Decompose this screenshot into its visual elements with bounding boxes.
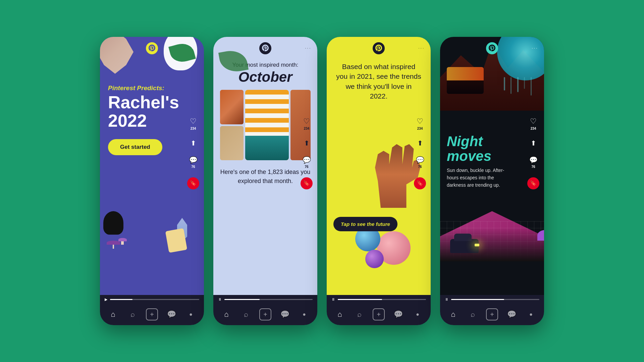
- three-dots-2[interactable]: ···: [305, 45, 311, 51]
- tap-button[interactable]: Tap to see the future: [333, 217, 397, 231]
- road-reflection: [447, 80, 484, 94]
- share-btn-4[interactable]: ⬆: [531, 139, 536, 147]
- progress-area-3: ⏸: [327, 295, 431, 304]
- cards-decoration: [165, 228, 187, 253]
- nav-home-2[interactable]: ⌂: [220, 308, 232, 320]
- save-btn-2[interactable]: 🔖: [301, 177, 313, 189]
- predicts-label: Pinterest Predicts:: [108, 84, 164, 92]
- three-dots-3[interactable]: ···: [418, 45, 425, 51]
- mushroom-cap-1: [118, 238, 127, 241]
- october-text: October: [238, 69, 292, 85]
- get-started-button[interactable]: Get started: [108, 139, 162, 155]
- night-moves-content: Night moves Sun down, buckle up. After-h…: [447, 134, 526, 189]
- mushroom-cap-2: [107, 241, 120, 245]
- car-deco: [450, 239, 479, 253]
- nav-profile-1[interactable]: ●: [185, 308, 197, 320]
- action-bar-2: ♡ 234 ⬆ 💬 76 🔖: [301, 117, 313, 189]
- tentacle-4: [524, 77, 525, 89]
- mushroom-stem-1: [121, 241, 124, 245]
- pause-icon-2[interactable]: ⏸: [218, 297, 222, 301]
- like-btn-3[interactable]: ♡ 234: [417, 117, 423, 130]
- save-btn-1[interactable]: 🔖: [187, 177, 199, 189]
- progress-track-4: [451, 299, 539, 300]
- nav-plus-2[interactable]: +: [259, 308, 271, 320]
- three-dots[interactable]: ···: [192, 45, 198, 51]
- floor-img: [245, 136, 289, 161]
- nav-search-1[interactable]: ⌕: [126, 308, 139, 320]
- left-top-img: [220, 90, 244, 124]
- progress-fill-2: [224, 299, 260, 300]
- hand-silhouette: [364, 141, 421, 208]
- nav-plus-3[interactable]: +: [373, 308, 385, 320]
- progress-area-4: ⏸: [440, 295, 544, 304]
- logo-row-2: ···: [213, 37, 317, 54]
- tentacle-1: [504, 77, 505, 90]
- comment-btn-2[interactable]: 💬 76: [303, 156, 311, 169]
- phone-3-content: Based on what inspired you in 2021, see …: [327, 54, 431, 105]
- pinterest-logo-2: [259, 42, 271, 54]
- like-btn-2[interactable]: ♡ 234: [303, 117, 310, 130]
- car-mirror: [447, 67, 484, 94]
- sunset-reflection: [447, 67, 484, 80]
- nav-search-2[interactable]: ⌕: [240, 308, 252, 320]
- nav-chat-4[interactable]: 💬: [505, 308, 518, 320]
- bottom-nav-2: ⌂ ⌕ + 💬 ●: [213, 304, 317, 325]
- phone-2: ··· Your most inspired month: October: [213, 37, 317, 325]
- tentacle-2: [511, 77, 512, 94]
- photo-collage: [220, 90, 311, 160]
- nav-search-4[interactable]: ⌕: [467, 308, 479, 320]
- progress-fill-1: [110, 299, 132, 300]
- comment-btn-4[interactable]: 💬 76: [529, 156, 538, 169]
- phones-container: ··· Pinterest Predicts: Rachel's 2022 Ge…: [100, 37, 544, 325]
- nav-home-1[interactable]: ⌂: [107, 308, 119, 320]
- share-btn-1[interactable]: ⬆: [191, 139, 196, 147]
- tentacle-5: [531, 77, 532, 96]
- nav-profile-4[interactable]: ●: [525, 308, 537, 320]
- nav-chat-3[interactable]: 💬: [392, 308, 404, 320]
- action-bar-4: ♡ 234 ⬆ 💬 76 🔖: [527, 117, 539, 189]
- logo-row: ···: [100, 37, 204, 54]
- like-btn-1[interactable]: ♡ 234: [190, 117, 197, 130]
- share-btn-2[interactable]: ⬆: [304, 139, 310, 147]
- night-moves-title: Night moves: [447, 134, 526, 164]
- nav-search-3[interactable]: ⌕: [353, 308, 365, 320]
- comment-btn-1[interactable]: 💬 76: [189, 156, 198, 169]
- nav-profile-3[interactable]: ●: [412, 308, 424, 320]
- progress-fill-4: [451, 299, 504, 300]
- pause-icon-3[interactable]: ⏸: [331, 297, 335, 301]
- pinterest-logo-3: [373, 42, 385, 54]
- tentacle-3: [517, 77, 519, 92]
- bottom-nav-3: ⌂ ⌕ + 💬 ●: [327, 304, 431, 325]
- nav-profile-2[interactable]: ●: [298, 308, 310, 320]
- pinterest-logo: [146, 42, 158, 54]
- progress-bar-area-1: ▶: [100, 295, 204, 304]
- pause-icon-1[interactable]: ▶: [105, 297, 107, 302]
- progress-track-2: [224, 299, 313, 300]
- purple-globe: [365, 250, 384, 268]
- left-bot-img: [220, 126, 244, 161]
- progress-track-1: [110, 299, 199, 300]
- nav-plus-4[interactable]: +: [486, 308, 498, 320]
- nav-home-4[interactable]: ⌂: [447, 308, 459, 320]
- night-moves-desc: Sun down, buckle up. After-hours escapes…: [447, 167, 514, 189]
- save-btn-3[interactable]: 🔖: [414, 177, 426, 189]
- progress-track-3: [338, 299, 426, 300]
- three-dots-4[interactable]: ···: [532, 45, 538, 51]
- car-top: [454, 234, 472, 241]
- predicts-label-area: Pinterest Predicts: Rachel's 2022 Get st…: [108, 84, 196, 155]
- action-bar-1: ♡ 234 ⬆ 💬 76 🔖: [187, 117, 199, 189]
- comment-btn-3[interactable]: 💬 76: [416, 156, 424, 169]
- save-btn-4[interactable]: 🔖: [527, 177, 539, 189]
- nav-chat-1[interactable]: 💬: [165, 308, 177, 320]
- nav-chat-2[interactable]: 💬: [279, 308, 291, 320]
- rachel-title: Rachel's 2022: [108, 93, 196, 130]
- mushroom-stem-2: [113, 245, 114, 249]
- nav-plus-1[interactable]: +: [146, 308, 158, 320]
- progress-area-2: ⏸: [213, 295, 317, 304]
- nav-home-3[interactable]: ⌂: [334, 308, 346, 320]
- phone-4: ··· Night moves Sun down, buckle up. Aft…: [440, 37, 544, 325]
- progress-fill-3: [338, 299, 382, 300]
- pause-icon-4[interactable]: ⏸: [445, 297, 448, 301]
- share-btn-3[interactable]: ⬆: [417, 139, 423, 147]
- like-btn-4[interactable]: ♡ 234: [530, 117, 537, 130]
